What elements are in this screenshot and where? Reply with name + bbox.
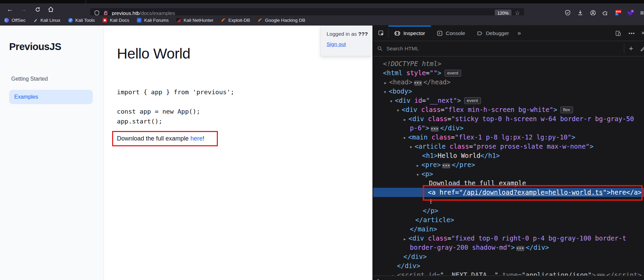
bookmark-label: Kali Docs — [110, 18, 129, 23]
token-tag: <div — [408, 234, 424, 242]
tree-row[interactable]: ▼<p> — [373, 169, 644, 179]
expander-open-icon[interactable]: ▼ — [397, 106, 402, 115]
expander-closed-icon[interactable]: ▶ — [404, 234, 408, 244]
token-val: "flex-1 p-8 lg:px-12 lg:py-10" — [455, 133, 571, 141]
forward-button[interactable]: → — [17, 3, 30, 15]
bookmark-label: Exploit-DB — [228, 18, 250, 23]
annotation-red-box-devtools — [423, 185, 643, 201]
tree-row[interactable]: <h1>Hello World</h1> — [373, 151, 644, 160]
expander-open-icon[interactable]: ▼ — [417, 170, 421, 179]
dragon-bookmark-icon — [33, 18, 38, 23]
expander-open-icon[interactable]: ▼ — [403, 133, 408, 143]
reload-button[interactable] — [31, 3, 44, 15]
flex-badge[interactable]: flex — [560, 106, 573, 113]
tab-debugger[interactable]: Debugger — [471, 26, 515, 41]
tree-row[interactable]: ▼<div id="__next">event — [373, 96, 644, 105]
pick-element-button[interactable] — [375, 26, 388, 41]
expander-open-icon[interactable]: ▼ — [384, 87, 389, 97]
token-val: "" — [430, 69, 437, 77]
expander-closed-icon[interactable]: ▶ — [404, 115, 408, 124]
token-tag: <html — [383, 69, 402, 77]
tree-row[interactable]: ▼<div class="flex min-h-screen bg-white"… — [373, 105, 644, 114]
eyedropper-icon[interactable] — [638, 41, 644, 56]
home-button[interactable] — [44, 3, 57, 15]
tree-row[interactable]: ▶<head>•••</head> — [373, 78, 644, 87]
collapsed-ellipsis-icon[interactable]: ••• — [414, 81, 422, 86]
tree-row[interactable]: border-gray-200 shadow-md">•••</div> — [373, 243, 644, 252]
tree-row[interactable]: </article> — [373, 215, 644, 225]
token-tag: <article — [415, 143, 446, 150]
active-tab-indicator — [388, 26, 431, 27]
token-dim: > — [592, 271, 595, 276]
extension-count-badge: 6 — [631, 10, 634, 13]
token-attr: class — [424, 115, 448, 122]
tree-row[interactable]: ▶<div class="sticky top-0 h-screen w-64 … — [373, 114, 644, 123]
expander-open-icon[interactable]: ▼ — [410, 143, 415, 152]
back-button[interactable]: ← — [3, 3, 16, 15]
expander-open-icon[interactable]: ▼ — [390, 97, 395, 106]
bookmark-item[interactable]: Exploit-DB — [221, 18, 250, 23]
tree-row[interactable]: </div> — [373, 261, 644, 270]
devtools-meatball-menu-icon[interactable]: ••• — [625, 26, 639, 41]
bookmark-label: Kali Tools — [75, 18, 95, 23]
sidebar-item-examples[interactable]: Examples — [9, 90, 93, 104]
token-dimv: "application/json" — [522, 271, 592, 276]
expander-closed-icon[interactable]: ▶ — [393, 271, 397, 276]
download-paragraph: Download the full example here! — [117, 131, 204, 146]
tree-row[interactable]: ▼<body> — [373, 87, 644, 96]
bookmark-item[interactable]: Kali Docs — [102, 18, 129, 23]
tree-row[interactable]: </p> — [373, 206, 644, 215]
navigation-toolbar: ← → previous.htb/docs/examples 120% ☆ — [0, 3, 644, 15]
debugger-icon — [477, 30, 483, 36]
token-tag: </article> — [415, 216, 454, 224]
token-dim: </script> — [606, 271, 641, 276]
event-badge[interactable]: event — [445, 70, 461, 77]
code-block: import { app } from 'previous'; const ap… — [117, 87, 234, 126]
insecure-lock-icon[interactable] — [103, 10, 108, 16]
expander-closed-icon[interactable]: ▶ — [384, 78, 389, 87]
bookmark-item[interactable]: Kali NetHunter — [176, 18, 213, 23]
tree-row[interactable]: <html style="">event — [373, 68, 644, 78]
tree-row[interactable]: </main> — [373, 225, 644, 234]
add-node-plus-icon[interactable]: + — [624, 41, 638, 56]
sidebar-item-getting-started[interactable]: Getting Started — [11, 76, 48, 82]
sign-out-link[interactable]: Sign out — [327, 41, 346, 47]
event-badge[interactable]: event — [464, 97, 481, 104]
url-path: /docs/examples — [140, 10, 175, 16]
devtools-close-icon[interactable]: × — [639, 26, 644, 41]
token-dim: </head> — [423, 78, 451, 86]
tree-row[interactable]: </div> — [373, 252, 644, 261]
nethunter-bookmark-icon — [176, 18, 181, 23]
tab-console-label: Console — [446, 30, 465, 36]
bookmark-item[interactable]: Google Hacking DB — [258, 18, 306, 23]
bookmark-item[interactable]: Kali Linux — [33, 18, 60, 23]
tree-row[interactable]: ▼<article class="prose prose-slate max-w… — [373, 142, 644, 151]
search-html-input[interactable] — [386, 45, 624, 52]
tab-console[interactable]: Console — [431, 26, 471, 41]
tree-row[interactable]: ▶<pre>•••</pre> — [373, 160, 644, 169]
tab-inspector[interactable]: Inspector — [388, 26, 431, 41]
token-tag: </pre> — [452, 161, 475, 168]
bookmark-item[interactable]: OffSec — [4, 18, 25, 23]
tree-row[interactable]: ▶<div class="fixed top-0 right-0 p-4 bg-… — [373, 234, 644, 243]
console-icon — [437, 30, 443, 36]
responsive-design-mode-icon[interactable] — [611, 26, 625, 41]
download-here-link[interactable]: here — [190, 135, 203, 142]
collapsed-ellipsis-icon[interactable]: ••• — [516, 246, 524, 251]
tracking-protection-shield-icon[interactable] — [94, 10, 100, 16]
bookmark-item[interactable]: Kali Forums — [137, 18, 169, 23]
expander-closed-icon[interactable]: ▶ — [417, 161, 421, 170]
breadcrumbs-scroll-left-icon[interactable]: ◀ — [373, 278, 381, 280]
tree-row[interactable]: p-6">•••</div> — [373, 123, 644, 133]
edb-bookmark-icon — [221, 18, 226, 23]
tree-row[interactable]: ▼<main class="flex-1 p-8 lg:px-12 lg:py-… — [373, 133, 644, 142]
more-tabs-chevron-icon[interactable]: » — [515, 30, 524, 37]
token-tag: <h1> — [422, 152, 438, 159]
token-tag: <body> — [389, 87, 412, 95]
collapsed-ellipsis-icon[interactable]: ••• — [431, 127, 439, 132]
collapsed-ellipsis-icon[interactable]: ••• — [442, 163, 450, 168]
docs-bookmark-icon — [102, 18, 107, 23]
bookmark-item[interactable]: Kali Tools — [68, 18, 95, 23]
tree-row[interactable]: ▶<script id="__NEXT_DATA__" type="applic… — [373, 270, 644, 276]
tree-row[interactable]: <!DOCTYPE html> — [373, 59, 644, 68]
